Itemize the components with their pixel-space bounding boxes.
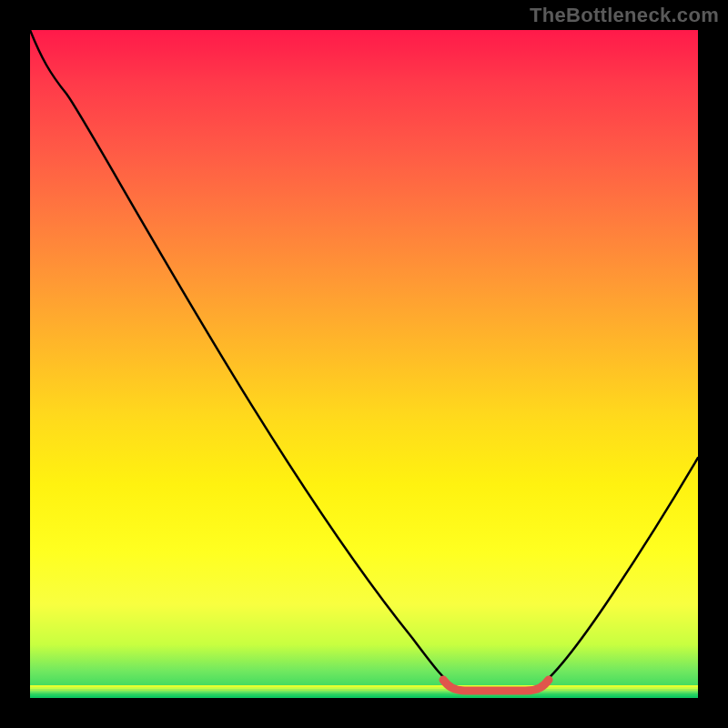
optimal-marker (443, 680, 549, 691)
plot-area (30, 30, 698, 698)
watermark-text: TheBottleneck.com (530, 4, 719, 27)
bottleneck-curve (30, 30, 698, 689)
chart-frame: TheBottleneck.com (0, 0, 728, 728)
curve-layer (30, 30, 698, 698)
